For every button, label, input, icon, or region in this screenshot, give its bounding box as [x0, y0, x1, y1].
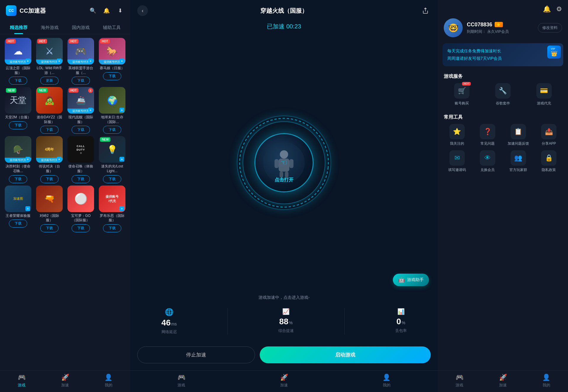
- right-nav-speed[interactable]: 🚀 加速: [481, 374, 525, 388]
- game-assistant-button[interactable]: 🤖 游戏助手: [393, 274, 429, 286]
- tab-domestic[interactable]: 国内游戏: [65, 21, 96, 34]
- promo-banner[interactable]: 每天完成任务免费得加速时长 周周邀请好友可领7天VIP会员 VIP 👑: [443, 43, 563, 66]
- list-item[interactable]: 🚢 HOT 提供账号/代充 + 1 现代战舰（国际服） 下载: [66, 87, 95, 134]
- tab-tools[interactable]: 辅助工具: [96, 21, 127, 34]
- new-badge: NEW: [6, 88, 16, 93]
- edit-profile-button[interactable]: 修改资料: [538, 23, 562, 33]
- list-item[interactable]: 🐎 HOT 提供账号/代充 + 赛马娘（日服） 下载: [98, 38, 127, 85]
- download-button[interactable]: 下载: [103, 175, 121, 183]
- nav-games[interactable]: 🎮 游戏: [0, 374, 43, 388]
- privacy-label: 隐私政策: [542, 167, 556, 172]
- middle-games-label: 游戏: [178, 383, 185, 388]
- service-account-label: 账号购买: [455, 101, 469, 106]
- download-button[interactable]: 下载: [40, 224, 59, 232]
- back-button[interactable]: ‹: [137, 5, 148, 16]
- tab-featured[interactable]: 精选推荐: [3, 21, 34, 34]
- tool-exchange[interactable]: 👁 兑换会员: [475, 150, 501, 172]
- nav-profile[interactable]: 👤 我的: [87, 374, 130, 388]
- notification-icon[interactable]: 🔔: [102, 7, 111, 15]
- app-logo: CC: [6, 5, 17, 16]
- boost-circle[interactable]: ☜ 点击打开: [237, 115, 331, 210]
- list-item[interactable]: 天堂 NEW 天堂2M（台服） 下载: [4, 87, 33, 134]
- game-thumb: 提供账号/代充 +: [99, 185, 125, 212]
- download-button[interactable]: 下载: [9, 220, 27, 228]
- list-item[interactable]: CALL DUTY ⚙ 使命召唤（体验服） 下载: [66, 136, 95, 183]
- tool-invite[interactable]: ✉ 填写邀请码: [444, 150, 470, 172]
- right-nav-games[interactable]: 🎮 游戏: [438, 374, 481, 388]
- faq-icon-box: ❓: [480, 124, 495, 139]
- left-panel: CC CC加速器 🔍 🔔 ⬇ 精选推荐 海外游戏 国内游戏 辅助工具 ☁ HOT…: [0, 0, 130, 392]
- latency-value: 46: [162, 318, 171, 328]
- search-icon[interactable]: 🔍: [89, 7, 97, 15]
- game-name: 对峙2（国际服）: [36, 214, 63, 223]
- tool-favorites[interactable]: ⭐ 我关注的: [444, 124, 470, 146]
- right-nav-profile[interactable]: 👤 我的: [525, 374, 568, 388]
- list-item[interactable]: 🌍 + 地球末日:生存（国际... 下载: [98, 87, 127, 134]
- tab-overseas[interactable]: 海外游戏: [34, 21, 65, 34]
- download-button[interactable]: 下载: [103, 126, 121, 134]
- download-button[interactable]: 下载: [9, 175, 27, 183]
- tool-feedback[interactable]: 📋 加速问题反馈: [505, 124, 532, 146]
- speed-value: 88: [279, 317, 288, 326]
- list-item[interactable]: ⚪ 宝可梦：GO（国际服） 下载: [66, 185, 95, 232]
- game-thumb-callduty: CALL DUTY ⚙: [67, 136, 94, 163]
- nav-speed[interactable]: 🚀 加速: [43, 374, 87, 388]
- service-google[interactable]: 🔧 谷歌套件: [485, 83, 521, 106]
- download-button[interactable]: 下载: [40, 175, 59, 183]
- promo-line2: 周周邀请好友可领7天VIP会员: [447, 55, 559, 62]
- notification-icon[interactable]: 🔔: [543, 5, 551, 13]
- lock-icon: 🔒: [545, 154, 553, 162]
- download-button[interactable]: 下载: [72, 224, 90, 232]
- service-hot-badge: HOT: [462, 82, 471, 86]
- list-item[interactable]: 🧟 NEW 迷你DAYZ2（国际服） 下载: [35, 87, 64, 134]
- tool-community[interactable]: 👥 官方玩家群: [505, 150, 532, 172]
- download-icon[interactable]: ⬇: [116, 7, 124, 15]
- loss-value: 0: [396, 317, 401, 326]
- list-item[interactable]: 🔫 对峙2（国际服） 下载: [35, 185, 64, 232]
- list-item[interactable]: ⚔ HOT 提供账号/代充 + LOL: Wild Rift手游（... 更新: [35, 38, 64, 85]
- start-game-button[interactable]: 启动游戏: [260, 346, 431, 363]
- loss-unit: %: [402, 320, 405, 325]
- list-item[interactable]: 💡 NEW + 迷失的光/Lost Light... 下载: [98, 136, 127, 183]
- exchange-icon-box: 👁: [480, 150, 495, 166]
- update-button[interactable]: 更新: [40, 77, 59, 85]
- game-name: 决胜时刻（使命召唤...: [5, 164, 31, 173]
- download-button[interactable]: 下载: [103, 224, 121, 232]
- speed-timer: 已加速 00:23: [130, 22, 438, 30]
- game-name: 赛马娘（日服）: [100, 66, 125, 71]
- download-button[interactable]: 下载: [40, 126, 59, 134]
- list-item[interactable]: ☁ HOT 提供账号/代充 + 云顶之弈（国际服） 下载: [4, 38, 33, 85]
- stop-button[interactable]: 停止加速: [137, 346, 255, 363]
- download-button[interactable]: 下载: [72, 175, 90, 183]
- settings-icon[interactable]: ⚙: [556, 5, 562, 13]
- tool-share[interactable]: 📤 分享APP: [536, 124, 562, 146]
- middle-nav-profile[interactable]: 👤 我的: [335, 374, 438, 388]
- feedback-icon: 📋: [514, 128, 522, 135]
- download-button[interactable]: 下载: [9, 121, 27, 129]
- header-icons: 🔍 🔔 ⬇: [89, 7, 124, 15]
- service-recharge[interactable]: 💳 游戏代充: [526, 83, 562, 106]
- service-account[interactable]: 🛒 HOT 账号购买: [444, 83, 480, 106]
- tool-privacy[interactable]: 🔒 隐私政策: [536, 150, 562, 172]
- list-item[interactable]: 🎮 HOT 提供账号/代充 + 英雄联盟手游台服（... 下载: [66, 38, 95, 85]
- favorites-label: 我关注的: [450, 141, 464, 146]
- app-title: CC加速器: [20, 7, 86, 15]
- tool-faq[interactable]: ❓ 常见问题: [475, 124, 501, 146]
- download-button[interactable]: 下载: [72, 126, 90, 134]
- game-row-1: ☁ HOT 提供账号/代充 + 云顶之弈（国际服） 下载 ⚔ HOT 提供账号/…: [4, 38, 127, 85]
- boost-label: 点击打开: [275, 177, 293, 183]
- list-item[interactable]: 提供账号/代充 + 罗布乐思（国际服） 下载: [98, 185, 127, 232]
- share-button[interactable]: [420, 5, 431, 16]
- boost-center-button[interactable]: ☜ 点击打开: [254, 133, 314, 192]
- download-button[interactable]: 下载: [103, 72, 121, 80]
- middle-panel: ‹ 穿越火线（国服） 已加速 00:23: [130, 0, 438, 392]
- game-thumb: 🪖 提供账号/代充 +: [5, 136, 31, 163]
- download-button[interactable]: 下载: [9, 77, 27, 85]
- game-name: 迷你DAYZ2（国际服）: [36, 115, 63, 124]
- list-item[interactable]: 🪖 提供账号/代充 + 决胜时刻（使命召唤... 下载: [4, 136, 33, 183]
- list-item[interactable]: 4周年 提供账号/代充 + 传说对决（台服） 下载: [35, 136, 64, 183]
- download-button[interactable]: 下载: [72, 77, 90, 85]
- middle-nav-games[interactable]: 🎮 游戏: [130, 374, 233, 388]
- list-item[interactable]: 加速图 + 王者荣耀体验服 下载: [4, 185, 33, 232]
- middle-nav-speed[interactable]: 🚀 加速: [233, 374, 335, 388]
